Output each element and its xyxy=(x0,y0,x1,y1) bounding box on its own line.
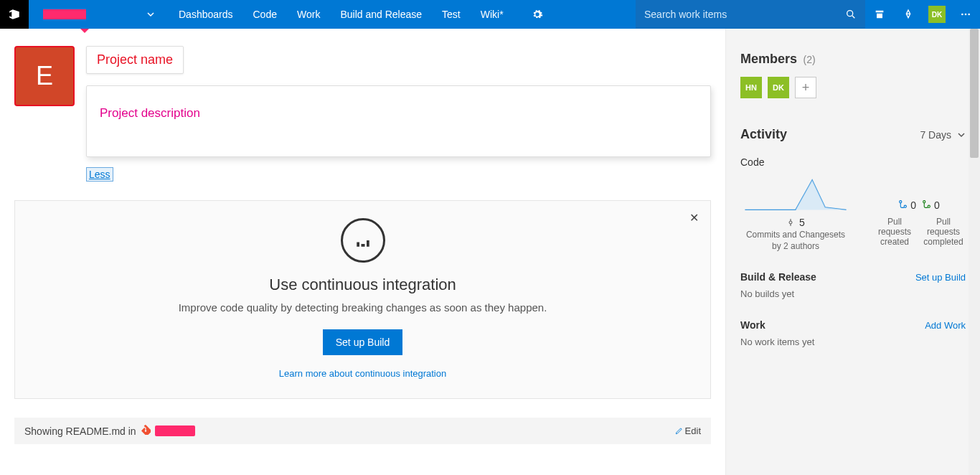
commit-icon xyxy=(786,218,795,227)
setup-build-button[interactable]: Set up Build xyxy=(323,329,403,355)
setup-build-link[interactable]: Set up Build xyxy=(915,272,966,283)
pull-request-icon xyxy=(898,199,908,209)
svg-point-5 xyxy=(900,201,902,203)
work-heading: Work xyxy=(740,319,765,331)
chevron-down-icon xyxy=(957,131,966,139)
pr-created-stat: 0 xyxy=(898,199,916,211)
more-icon[interactable] xyxy=(951,9,980,20)
svg-point-0 xyxy=(847,11,853,17)
pr-completed-label: Pull requests completed xyxy=(921,217,966,247)
member-avatar[interactable]: HN xyxy=(740,77,762,98)
ci-title: Use continuous integration xyxy=(29,276,696,294)
work-empty: No work items yet xyxy=(740,337,966,347)
search-input[interactable] xyxy=(644,9,845,20)
scrollbar[interactable] xyxy=(969,29,980,475)
vsts-logo[interactable] xyxy=(0,0,29,29)
add-work-link[interactable]: Add Work xyxy=(925,320,966,331)
nav-wiki[interactable]: Wiki* xyxy=(471,0,514,29)
repo-name-redacted[interactable] xyxy=(155,425,195,436)
nav-work[interactable]: Work xyxy=(287,0,330,29)
members-heading: Members xyxy=(740,52,797,67)
project-avatar: E xyxy=(14,46,75,106)
close-icon[interactable]: ✕ xyxy=(689,211,699,225)
builds-empty: No builds yet xyxy=(740,288,966,299)
pr-completed-stat: 0 xyxy=(922,199,940,211)
svg-point-4 xyxy=(789,221,792,224)
svg-point-6 xyxy=(904,205,906,207)
build-release-heading: Build & Release xyxy=(740,271,816,283)
members-count: (2) xyxy=(803,54,815,65)
nav-dashboards[interactable]: Dashboards xyxy=(169,0,243,29)
commits-sub1: Commits and Changesets xyxy=(740,230,851,240)
search-icon[interactable] xyxy=(845,9,857,20)
ci-icon xyxy=(341,218,385,263)
ci-subtitle: Improve code quality by detecting breaki… xyxy=(29,301,696,314)
member-avatar[interactable]: DK xyxy=(768,77,789,98)
readme-prefix: Showing README.md in xyxy=(24,425,136,437)
svg-point-2 xyxy=(965,14,967,16)
edit-readme-link[interactable]: Edit xyxy=(675,425,701,436)
code-section-label: Code xyxy=(740,156,966,168)
svg-point-7 xyxy=(923,201,925,203)
commits-count: 5 xyxy=(799,217,805,228)
project-name-redacted xyxy=(43,9,86,19)
git-icon xyxy=(141,425,151,437)
project-selector[interactable] xyxy=(29,0,133,29)
activity-period-select[interactable]: 7 Days xyxy=(920,129,966,141)
activity-heading: Activity xyxy=(740,127,787,142)
project-name-input[interactable]: Project name xyxy=(86,46,184,74)
commits-sparkline xyxy=(740,174,851,214)
commits-sub2: by 2 authors xyxy=(740,241,851,251)
pull-request-done-icon xyxy=(922,199,931,209)
marketplace-icon[interactable] xyxy=(865,9,894,20)
project-description-input[interactable]: Project description xyxy=(86,85,711,157)
learn-more-link[interactable]: Learn more about continuous integration xyxy=(279,368,446,379)
settings-icon[interactable] xyxy=(523,9,552,20)
add-member-button[interactable]: + xyxy=(795,77,816,98)
nav-test[interactable]: Test xyxy=(432,0,471,29)
scrollbar-thumb[interactable] xyxy=(970,29,979,158)
user-avatar[interactable]: DK xyxy=(923,6,951,23)
project-dropdown[interactable] xyxy=(133,0,169,29)
svg-point-3 xyxy=(968,14,970,16)
pr-created-label: Pull requests created xyxy=(872,217,917,247)
less-toggle[interactable]: Less xyxy=(86,167,113,182)
search-box[interactable] xyxy=(636,0,865,29)
nav-build-release[interactable]: Build and Release xyxy=(330,0,432,29)
readme-bar: Showing README.md in Edit xyxy=(14,418,711,444)
svg-point-1 xyxy=(961,14,963,16)
help-icon[interactable] xyxy=(894,9,923,20)
ci-promo-card: ✕ Use continuous integration Improve cod… xyxy=(14,200,711,399)
nav-code[interactable]: Code xyxy=(243,0,287,29)
svg-point-8 xyxy=(928,205,930,207)
